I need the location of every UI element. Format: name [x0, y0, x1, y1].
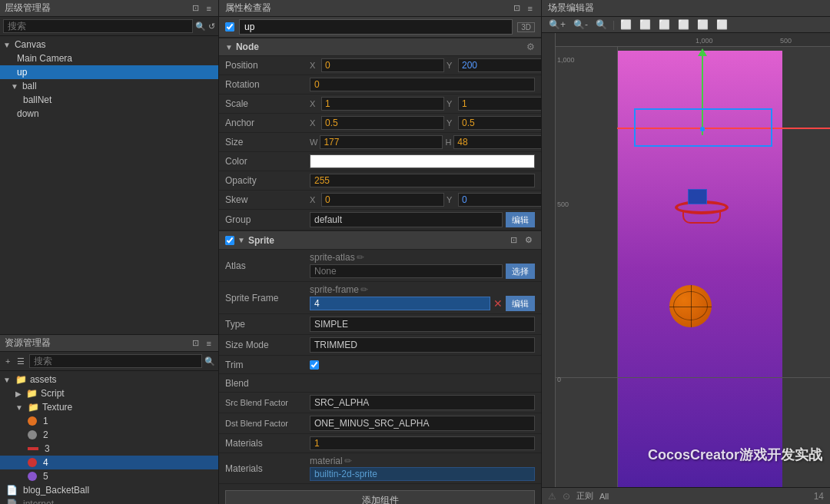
- assets-list-btn[interactable]: ☰: [15, 356, 27, 367]
- hierarchy-item-down[interactable]: down: [0, 107, 218, 121]
- atlas-edit-icon[interactable]: ✏: [357, 252, 364, 263]
- blog-label: blog_BacketBall: [23, 485, 89, 496]
- hierarchy-search-input[interactable]: [3, 19, 193, 33]
- toolbar-btn-1[interactable]: ⬜: [618, 18, 634, 31]
- position-x-input[interactable]: [321, 58, 444, 72]
- size-mode-select[interactable]: TRIMMED: [310, 337, 535, 353]
- asset-item-script[interactable]: ▶ 📁 Script: [0, 386, 218, 400]
- asset-item-t2[interactable]: 2: [0, 428, 218, 442]
- hierarchy-search-btn[interactable]: 🔍: [195, 22, 206, 32]
- sprite-frame-row: Sprite Frame sprite-frame ✏ ✕ 编辑: [219, 282, 541, 314]
- size-w-input[interactable]: [320, 135, 443, 149]
- sprite-copy-icon[interactable]: ⊡: [508, 234, 520, 246]
- t2-label: 2: [43, 429, 48, 440]
- scene-bottom-icon1[interactable]: ⚠: [548, 491, 556, 502]
- skew-y-input[interactable]: [458, 193, 541, 207]
- scene-canvas[interactable]: 1,000 500: [542, 33, 830, 487]
- skew-y-label: Y: [447, 195, 456, 204]
- hierarchy-copy-btn[interactable]: ⊡: [190, 2, 201, 14]
- anchor-x-input[interactable]: [321, 116, 444, 130]
- material-edit-icon[interactable]: ✏: [344, 456, 352, 466]
- node-section-arrow[interactable]: ▼: [225, 43, 233, 51]
- sprite-gear-icon[interactable]: ⚙: [523, 234, 535, 246]
- hierarchy-item-up[interactable]: up: [0, 65, 218, 79]
- atlas-input[interactable]: [310, 264, 503, 278]
- sprite-enabled-checkbox[interactable]: [225, 236, 234, 245]
- node-name-input[interactable]: [239, 19, 513, 35]
- sprite-frame-input[interactable]: [310, 297, 490, 310]
- ball-arrow[interactable]: ▼: [11, 82, 18, 91]
- asset-item-texture[interactable]: ▼ 📁 Texture: [0, 400, 218, 414]
- src-blend-label: Src Blend Factor: [225, 398, 310, 407]
- hierarchy-item-ballnet[interactable]: ballNet: [0, 93, 218, 107]
- atlas-choose-btn[interactable]: 选择: [506, 264, 535, 279]
- hierarchy-item-main-camera[interactable]: Main Camera: [0, 51, 218, 65]
- hierarchy-icons: ⊡ ≡: [190, 2, 214, 14]
- scene-bottom-icon2[interactable]: ⊙: [563, 491, 570, 502]
- scene-all-btn[interactable]: All: [599, 492, 609, 501]
- position-y-input[interactable]: [458, 58, 541, 72]
- materials-count-input[interactable]: [310, 436, 535, 450]
- prop-copy-btn[interactable]: ⊡: [511, 2, 523, 14]
- hierarchy-refresh-btn[interactable]: ↺: [208, 22, 215, 32]
- group-edit-btn[interactable]: 编辑: [506, 212, 535, 227]
- group-select[interactable]: default: [310, 212, 503, 227]
- group-value: default 编辑: [310, 212, 535, 227]
- sprite-frame-edit-btn[interactable]: 编辑: [506, 296, 535, 311]
- toolbar-btn-5[interactable]: ⬜: [695, 18, 711, 31]
- assets-search-btn[interactable]: 🔍: [204, 356, 215, 366]
- assets-add-btn[interactable]: +: [3, 356, 12, 366]
- color-swatch[interactable]: [310, 154, 535, 168]
- asset-item-t3[interactable]: 3: [0, 442, 218, 456]
- ruler-num-0: 0: [557, 376, 561, 383]
- node-enabled-checkbox[interactable]: [225, 22, 234, 32]
- asset-item-assets[interactable]: ▼ 📁 assets: [0, 373, 218, 386]
- assets-settings-btn[interactable]: ≡: [204, 338, 214, 349]
- type-select[interactable]: SIMPLE: [310, 317, 535, 332]
- asset-item-blog[interactable]: 📄 blog_BacketBall: [0, 483, 218, 497]
- texture-arrow[interactable]: ▼: [15, 403, 23, 412]
- trim-checkbox[interactable]: [310, 360, 319, 370]
- scene-mode-btn[interactable]: 正则: [576, 490, 593, 502]
- zoom-fit-btn[interactable]: 🔍: [593, 18, 609, 31]
- src-blend-select[interactable]: SRC_ALPHA: [310, 395, 535, 410]
- rotation-input[interactable]: [310, 78, 535, 91]
- canvas-arrow[interactable]: ▼: [3, 41, 11, 49]
- hierarchy-item-ball[interactable]: ▼ ball: [0, 79, 218, 93]
- anchor-y-label: Y: [447, 118, 456, 128]
- dst-blend-select[interactable]: ONE_MINUS_SRC_ALPHA: [310, 416, 535, 431]
- material-sublabel-row: material ✏: [310, 456, 535, 466]
- assets-search-input[interactable]: [29, 354, 202, 368]
- t2-icon: [28, 430, 37, 439]
- anchor-y-input[interactable]: [458, 116, 541, 130]
- t4-icon: [28, 458, 37, 467]
- zoom-in-btn[interactable]: 🔍+: [546, 18, 568, 31]
- asset-item-internet[interactable]: 📄 internet: [0, 497, 218, 504]
- opacity-input[interactable]: [310, 174, 535, 187]
- spriteframe-edit-icon[interactable]: ✏: [360, 284, 368, 295]
- assets-copy-btn[interactable]: ⊡: [190, 337, 201, 349]
- zoom-out-btn[interactable]: 🔍-: [571, 18, 590, 31]
- hierarchy-settings-btn[interactable]: ≡: [204, 3, 214, 14]
- script-arrow[interactable]: ▶: [15, 390, 22, 398]
- toolbar-btn-3[interactable]: ⬜: [656, 18, 672, 31]
- skew-x-input[interactable]: [321, 193, 444, 207]
- hierarchy-item-canvas[interactable]: ▼ Canvas: [0, 38, 218, 51]
- asset-item-t4[interactable]: 4: [0, 456, 218, 469]
- toolbar-btn-2[interactable]: ⬜: [637, 18, 653, 31]
- scale-x-input[interactable]: [321, 97, 444, 111]
- assets-arrow[interactable]: ▼: [3, 376, 11, 384]
- toolbar-btn-4[interactable]: ⬜: [676, 18, 692, 31]
- prop-settings-btn[interactable]: ≡: [526, 2, 535, 14]
- asset-item-t1[interactable]: 1: [0, 414, 218, 428]
- sprite-frame-clear-icon[interactable]: ✕: [493, 297, 503, 310]
- asset-item-t5[interactable]: 5: [0, 469, 218, 483]
- y-axis-arrow: [698, 48, 707, 56]
- node-gear-icon[interactable]: ⚙: [526, 41, 535, 52]
- size-h-input[interactable]: [453, 135, 541, 149]
- toolbar-btn-6[interactable]: ⬜: [714, 18, 730, 31]
- materials-input[interactable]: [310, 467, 535, 481]
- sprite-section-arrow[interactable]: ▼: [237, 236, 245, 244]
- add-component-btn[interactable]: 添加组件: [225, 490, 535, 504]
- scale-y-input[interactable]: [458, 97, 541, 111]
